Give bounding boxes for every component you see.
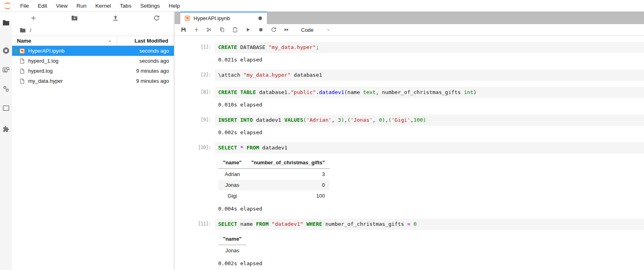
cell-output: 0.021s elapsed [215,56,644,63]
cell-output-prompt [175,233,215,257]
kernel-running-dot [14,49,17,52]
copy-icon[interactable] [219,27,225,33]
unsaved-changes-dot[interactable] [258,16,262,20]
elapsed-time: 0.002s elapsed [218,260,644,267]
elapsed-time: 0.002s elapsed [218,129,644,136]
left-sidebar [0,12,12,270]
file-browser-icon[interactable] [2,19,10,27]
menu-item-kernel[interactable]: Kernel [91,3,116,9]
menu-item-view[interactable]: View [52,3,72,9]
save-icon[interactable] [180,27,187,33]
menu-item-run[interactable]: Run [72,3,91,9]
cut-icon[interactable] [206,27,213,33]
notebook-cell: [8]:CREATE TABLE database1."public".data… [175,87,644,98]
result-row: Adrian3 [218,169,330,180]
cell-output-prompt [175,157,215,202]
query-result-table: "name""number_of_christmas_gifts"Adrian3… [218,158,330,201]
cell-output-row: 0.010s elapsed [175,101,644,108]
result-cell: 100 [246,190,330,201]
open-tabs-icon[interactable] [2,104,10,112]
code-cell-input[interactable]: SELECT * FROM datadev1 [215,142,644,153]
tab-hyperapi[interactable]: HyperAPI.ipynb [180,12,267,24]
upload-icon[interactable] [112,14,119,22]
file-row[interactable]: HyperAPI.ipynbseconds ago [12,46,174,56]
file-name: my_data.hyper [28,78,117,84]
cell-input-prompt: [8]: [175,87,215,98]
result-row: Jonas [218,245,246,256]
menu-item-tabs[interactable]: Tabs [116,3,136,9]
running-sessions-icon[interactable] [2,47,10,55]
menu-item-help[interactable]: Help [164,3,184,9]
cell-output: 0.002s elapsed [215,129,644,136]
cell-output-row: 0.002s elapsed [175,129,644,136]
file-browser-toolbar [12,12,174,25]
result-cell: Adrian [218,169,246,180]
notebook-cell: [11]:SELECT name FROM "datadev1" WHERE n… [175,219,644,230]
paste-icon[interactable] [232,27,238,33]
file-row[interactable]: hyperd.log9 minutes ago [12,66,174,76]
add-cell-icon[interactable] [193,27,200,33]
inspector-icon[interactable] [2,65,10,74]
column-name-label: Name [17,38,31,44]
cell-output: 0.010s elapsed [215,101,644,108]
file-icon [19,78,25,84]
jupyter-logo [3,1,12,11]
notebook-toolbar: Code [175,24,644,36]
file-row[interactable]: my_data.hyper9 minutes ago [12,76,174,86]
notebook-cell: [1]:CREATE DATABASE "my_data.hyper"; [175,42,644,53]
main-menu: FileEditViewRunKernelTabsSettingsHelp [16,3,184,9]
cell-input-prompt: [11]: [175,219,215,230]
file-icon [19,68,25,74]
cell-output: "name"Jonas [215,233,644,257]
chevron-down-icon[interactable] [326,27,331,33]
file-name: hyperd.log [28,68,117,74]
stop-icon[interactable] [258,27,264,33]
notebook-icon [19,48,25,54]
result-cell: Jonas [218,245,246,256]
code-cell-input[interactable]: INSERT INTO datadev1 VALUES('Adrian', 3)… [215,115,644,126]
cell-output-prompt [175,129,215,136]
query-result-table: "name"Jonas [218,235,246,256]
notebook-cell: [2]:\attach "my_data.hyper" database1 [175,70,644,81]
code-cell-input[interactable]: CREATE TABLE database1."public".datadev1… [215,87,644,98]
refresh-icon[interactable] [153,14,160,22]
folder-icon[interactable] [19,27,26,34]
menu-item-edit[interactable]: Edit [33,3,52,9]
extensions-icon[interactable] [2,125,10,133]
new-launcher-icon[interactable] [30,14,37,22]
cell-type-dropdown[interactable]: Code [301,27,314,33]
restart-icon[interactable] [270,27,277,33]
cell-output-prompt [175,260,215,267]
notebook-icon [184,15,190,21]
code-cell-input[interactable]: SELECT name FROM "datadev1" WHERE number… [215,219,644,230]
cell-output-prompt [175,205,215,213]
breadcrumb[interactable]: / [12,25,174,36]
cell-output: 0.002s elapsed [215,260,644,267]
cell-output-row: 0.002s elapsed [175,260,644,267]
cell-output-row: 0.004s elapsed [175,205,644,213]
cell-output-row: "name"Jonas [175,233,644,257]
file-row[interactable]: hyperd_1.logseconds ago [12,56,174,66]
result-cell: Jonas [218,180,246,190]
code-cell-input[interactable]: CREATE DATABASE "my_data.hyper"; [215,42,644,53]
file-modified: 9 minutes ago [117,78,174,84]
new-folder-icon[interactable] [71,14,78,22]
file-browser-panel: / Name Last Modified HyperAPI.ipynbsecon… [12,12,174,270]
cell-input-prompt: [2]: [175,70,215,81]
file-modified: seconds ago [117,58,174,64]
cell-output: "name""number_of_christmas_gifts"Adrian3… [215,157,644,202]
menu-item-file[interactable]: File [16,3,33,9]
fast-forward-icon[interactable] [283,27,290,33]
main-area: HyperAPI.ipynb Code [1]:CREATE DATABASE … [175,12,644,270]
file-name: HyperAPI.ipynb [28,48,117,54]
column-header-modified[interactable]: Last Modified [117,36,174,45]
sort-asc-icon [107,38,113,44]
settings-gears-icon[interactable] [2,85,10,93]
menu-item-settings[interactable]: Settings [136,3,164,9]
cell-output-row: "name""number_of_christmas_gifts"Adrian3… [175,157,644,202]
code-cell-input[interactable]: \attach "my_data.hyper" database1 [215,70,644,81]
file-icon [19,58,25,64]
column-header-name[interactable]: Name [12,36,117,45]
run-icon[interactable] [245,27,251,33]
cell-input-prompt: [1]: [175,42,215,53]
